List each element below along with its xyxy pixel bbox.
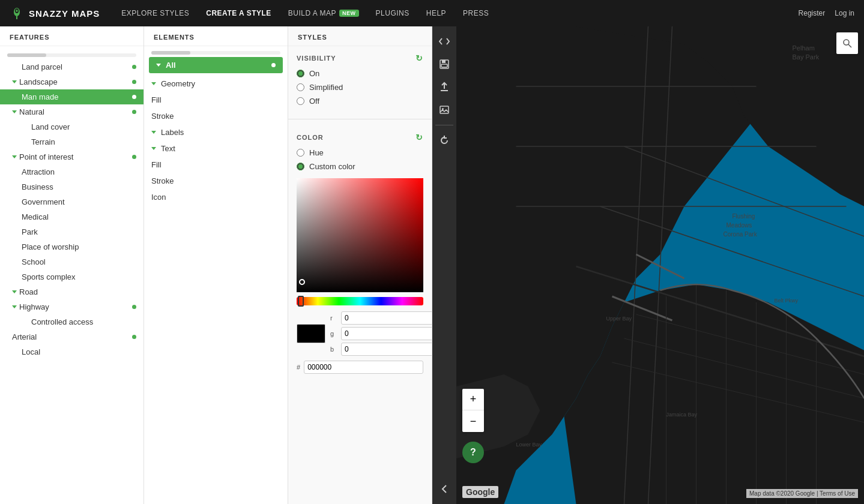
- color-b-row: b: [330, 343, 432, 356]
- styles-header: STYLES: [288, 26, 432, 46]
- map-area[interactable]: Pelham Bay Park Flushing Meadows Corona …: [456, 26, 864, 504]
- feature-terrain-label: Terrain: [31, 137, 136, 146]
- color-gradient[interactable]: [297, 178, 423, 292]
- visibility-simplified-radio[interactable]: [297, 83, 304, 91]
- elem-stroke-text[interactable]: Stroke: [144, 173, 288, 189]
- elem-fill-geo[interactable]: Fill: [144, 92, 288, 108]
- color-picker-cursor[interactable]: [299, 279, 305, 285]
- feature-highway-dot: [132, 305, 136, 309]
- register-link[interactable]: Register: [799, 9, 826, 17]
- color-hue[interactable]: Hue: [297, 148, 423, 157]
- elem-stroke-geo[interactable]: Stroke: [144, 108, 288, 124]
- code-button[interactable]: [434, 31, 455, 52]
- feature-attraction[interactable]: Attraction: [0, 164, 143, 179]
- feature-arterial[interactable]: Arterial: [0, 329, 143, 344]
- logo[interactable]: SNAZZY MAPS: [10, 6, 100, 20]
- features-header: FEATURES: [0, 26, 143, 46]
- elem-all[interactable]: All: [149, 57, 283, 73]
- toolbar-separator: [435, 125, 453, 125]
- b-input[interactable]: [341, 343, 432, 356]
- map-help-button[interactable]: ?: [462, 442, 484, 463]
- collapse-button[interactable]: [434, 479, 455, 499]
- feature-natural-dot: [132, 110, 136, 114]
- feature-government[interactable]: Government: [0, 194, 143, 209]
- color-section: COLOR ↻ Hue Custom color: [288, 125, 432, 178]
- color-custom-label: Custom color: [309, 162, 355, 171]
- nav-explore[interactable]: EXPLORE STYLES: [114, 0, 196, 26]
- nav-build[interactable]: BUILD A MAP NEW: [281, 0, 366, 26]
- svg-text:Lower Bay: Lower Bay: [516, 442, 542, 448]
- upload-icon: [439, 82, 450, 92]
- feature-poi[interactable]: Point of interest: [0, 149, 143, 164]
- color-custom-radio[interactable]: [297, 163, 304, 170]
- feature-land-cover[interactable]: Land cover: [0, 119, 143, 134]
- login-link[interactable]: Log in: [835, 9, 854, 17]
- feature-land-parcel[interactable]: Land parcel: [0, 59, 143, 74]
- color-refresh-icon[interactable]: ↻: [415, 133, 423, 142]
- geometry-triangle: [151, 82, 156, 85]
- nav-press[interactable]: PRESS: [456, 0, 496, 26]
- hex-input[interactable]: [304, 361, 423, 374]
- feature-highway[interactable]: Highway: [0, 299, 143, 314]
- nav-plugins[interactable]: PLUGINS: [369, 0, 417, 26]
- elem-fill-text[interactable]: Fill: [144, 157, 288, 173]
- visibility-simplified[interactable]: Simplified: [297, 83, 423, 92]
- zoom-in-button[interactable]: +: [462, 389, 484, 410]
- refresh-button[interactable]: [434, 130, 455, 151]
- map-search-button[interactable]: [836, 32, 858, 54]
- all-triangle: [156, 64, 161, 67]
- svg-point-2: [16, 10, 18, 12]
- r-input[interactable]: [341, 311, 432, 325]
- image-button[interactable]: [434, 100, 455, 120]
- hue-slider-container[interactable]: [297, 297, 423, 305]
- feature-place-of-worship[interactable]: Place of worship: [0, 239, 143, 254]
- hue-slider-thumb[interactable]: [298, 296, 304, 307]
- highway-triangle: [12, 305, 17, 308]
- feature-medical-label: Medical: [22, 212, 136, 221]
- save-icon: [439, 59, 450, 70]
- nav-help[interactable]: HELP: [419, 0, 453, 26]
- nav-create[interactable]: CREATE A STYLE: [199, 0, 279, 26]
- feature-landscape[interactable]: Landscape: [0, 74, 143, 89]
- visibility-on-radio[interactable]: [297, 70, 304, 77]
- feature-road[interactable]: Road: [0, 284, 143, 299]
- feature-man-made[interactable]: Man made: [0, 89, 143, 104]
- feature-medical[interactable]: Medical: [0, 209, 143, 224]
- visibility-on[interactable]: On: [297, 69, 423, 78]
- nav-links: EXPLORE STYLES CREATE A STYLE BUILD A MA…: [114, 0, 798, 26]
- save-button[interactable]: [434, 54, 455, 74]
- feature-business[interactable]: Business: [0, 179, 143, 194]
- color-inputs: r g b: [330, 311, 432, 356]
- svg-text:Pelham: Pelham: [793, 44, 815, 52]
- feature-sports[interactable]: Sports complex: [0, 269, 143, 284]
- hue-slider[interactable]: [297, 297, 423, 305]
- visibility-off-radio[interactable]: [297, 97, 304, 105]
- g-input[interactable]: [341, 327, 432, 340]
- color-custom[interactable]: Custom color: [297, 162, 423, 171]
- feature-man-made-dot: [132, 95, 136, 99]
- svg-text:Belt Pkwy: Belt Pkwy: [775, 298, 799, 304]
- color-g-row: g: [330, 327, 432, 340]
- color-hue-radio[interactable]: [297, 149, 304, 157]
- elem-geometry[interactable]: Geometry: [144, 76, 288, 92]
- feature-controlled-access[interactable]: Controlled access: [0, 314, 143, 329]
- b-label: b: [330, 346, 337, 353]
- visibility-off[interactable]: Off: [297, 97, 423, 106]
- feature-terrain[interactable]: Terrain: [0, 134, 143, 149]
- visibility-refresh-icon[interactable]: ↻: [415, 53, 423, 63]
- topnav: SNAZZY MAPS EXPLORE STYLES CREATE A STYL…: [0, 0, 864, 26]
- zoom-out-button[interactable]: −: [462, 410, 484, 432]
- elem-icon[interactable]: Icon: [144, 189, 288, 205]
- divider-1: [288, 119, 432, 119]
- feature-natural[interactable]: Natural: [0, 104, 143, 119]
- elem-text[interactable]: Text: [144, 140, 288, 157]
- svg-text:Upper Bay: Upper Bay: [606, 316, 632, 322]
- color-preview-box: [297, 324, 325, 343]
- upload-button[interactable]: [434, 77, 455, 97]
- elem-labels[interactable]: Labels: [144, 124, 288, 140]
- road-triangle: [12, 290, 17, 293]
- feature-school[interactable]: School: [0, 254, 143, 269]
- map-attribution: Map data ©2020 Google | Terms of Use: [746, 489, 858, 498]
- feature-park[interactable]: Park: [0, 224, 143, 239]
- feature-local[interactable]: Local: [0, 344, 143, 359]
